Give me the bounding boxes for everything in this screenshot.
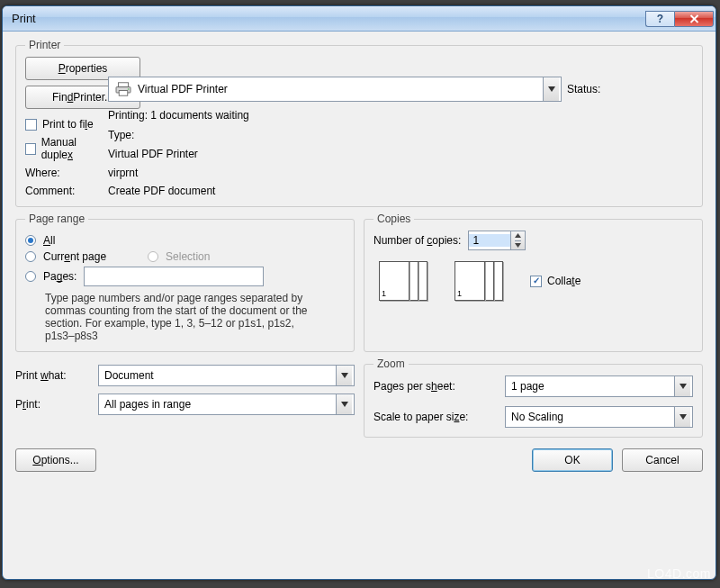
collate-label: Collate bbox=[547, 275, 580, 287]
cancel-button[interactable]: Cancel bbox=[622, 448, 703, 472]
dialog-footer: Options... OK Cancel bbox=[15, 443, 703, 472]
pages-per-sheet-combo[interactable]: 1 page bbox=[505, 375, 693, 397]
scale-label: Scale to paper size: bbox=[374, 411, 500, 423]
radio-pages-label: Pages: bbox=[43, 270, 76, 283]
chevron-down-icon bbox=[674, 376, 690, 396]
ok-button[interactable]: OK bbox=[532, 448, 613, 472]
chevron-down-icon bbox=[674, 407, 690, 427]
spinner-arrows bbox=[510, 231, 525, 249]
spinner-up[interactable] bbox=[515, 231, 521, 240]
copies-number-label: Number of copies: bbox=[374, 234, 461, 247]
pages-per-sheet-label: Pages per sheet: bbox=[374, 380, 500, 393]
options-button[interactable]: Options... bbox=[15, 448, 96, 472]
radio-selection bbox=[148, 251, 158, 262]
dialog-content: Printer Name: Virtual PDF Printer Proper… bbox=[3, 32, 716, 579]
svg-point-3 bbox=[128, 89, 130, 91]
spinner-down[interactable] bbox=[515, 240, 521, 250]
type-label: Type: bbox=[108, 129, 562, 141]
zoom-group: Zoom Pages per sheet: 1 page Scale to pa… bbox=[364, 357, 703, 438]
print-selection-group: Print what: Document Print: All pages in… bbox=[15, 357, 355, 438]
print-what-value: Document bbox=[104, 369, 154, 382]
collate-checkbox[interactable] bbox=[530, 276, 542, 287]
radio-current-page[interactable] bbox=[25, 251, 36, 262]
print-label: Print: bbox=[15, 398, 93, 411]
pages-input[interactable] bbox=[84, 267, 264, 286]
scale-value: No Scaling bbox=[511, 411, 563, 423]
collate-graphic: 3 2 1 3 2 1 bbox=[379, 261, 508, 312]
copies-group: Copies Number of copies: 1 3 bbox=[364, 213, 703, 352]
chevron-down-icon bbox=[336, 366, 352, 385]
manual-duplex-label: Manual duplex bbox=[41, 136, 103, 161]
print-dialog: Print ? Printer Name: Virtual bbox=[2, 5, 716, 580]
radio-pages[interactable] bbox=[25, 271, 36, 282]
scale-combo[interactable]: No Scaling bbox=[505, 406, 693, 428]
svg-rect-2 bbox=[119, 91, 128, 96]
page-range-group: Page range All Current page Selection Pa… bbox=[15, 213, 355, 352]
close-icon bbox=[689, 14, 699, 23]
radio-current-label: Current page bbox=[43, 250, 106, 263]
print-range-combo[interactable]: All pages in range bbox=[98, 394, 355, 415]
where-label: Where: bbox=[25, 167, 103, 179]
print-to-file-checkbox[interactable] bbox=[25, 119, 37, 131]
chevron-down-icon bbox=[336, 394, 352, 414]
print-to-file-label: Print to file bbox=[42, 118, 94, 131]
help-button[interactable]: ? bbox=[645, 11, 674, 27]
radio-all-label: All bbox=[43, 234, 55, 247]
where-value: virprnt bbox=[108, 167, 693, 179]
chevron-down-icon bbox=[543, 77, 559, 101]
window-buttons: ? bbox=[645, 11, 714, 27]
pages-per-sheet-value: 1 page bbox=[511, 380, 544, 393]
manual-duplex-checkbox[interactable] bbox=[25, 143, 36, 155]
page-range-legend: Page range bbox=[25, 213, 88, 225]
print-what-label: Print what: bbox=[15, 369, 93, 382]
printer-legend: Printer bbox=[25, 39, 64, 51]
page-range-hint: Type page numbers and/or page ranges sep… bbox=[45, 292, 315, 342]
printer-name-value: Virtual PDF Printer bbox=[138, 83, 228, 95]
print-what-combo[interactable]: Document bbox=[98, 365, 355, 386]
status-label: Status: bbox=[567, 83, 693, 95]
radio-selection-label: Selection bbox=[166, 250, 210, 263]
copies-legend: Copies bbox=[374, 213, 414, 225]
comment-value: Create PDF document bbox=[108, 185, 693, 197]
radio-all[interactable] bbox=[25, 235, 36, 246]
close-button[interactable] bbox=[674, 11, 714, 27]
type-value: Virtual PDF Printer bbox=[108, 148, 693, 160]
comment-label: Comment: bbox=[25, 185, 103, 197]
name-label: Name: bbox=[108, 58, 562, 70]
printer-group: Printer Name: Virtual PDF Printer Proper… bbox=[15, 39, 703, 207]
printer-icon bbox=[114, 82, 132, 96]
printer-name-combo[interactable]: Virtual PDF Printer bbox=[108, 77, 562, 102]
zoom-legend: Zoom bbox=[374, 357, 409, 370]
titlebar: Print ? bbox=[3, 6, 716, 32]
svg-rect-0 bbox=[118, 83, 128, 87]
status-value: Printing: 1 documents waiting bbox=[108, 109, 693, 122]
copies-value: 1 bbox=[469, 234, 510, 247]
window-title: Print bbox=[12, 12, 645, 25]
copies-spinner[interactable]: 1 bbox=[468, 231, 526, 250]
print-range-value: All pages in range bbox=[104, 398, 191, 411]
